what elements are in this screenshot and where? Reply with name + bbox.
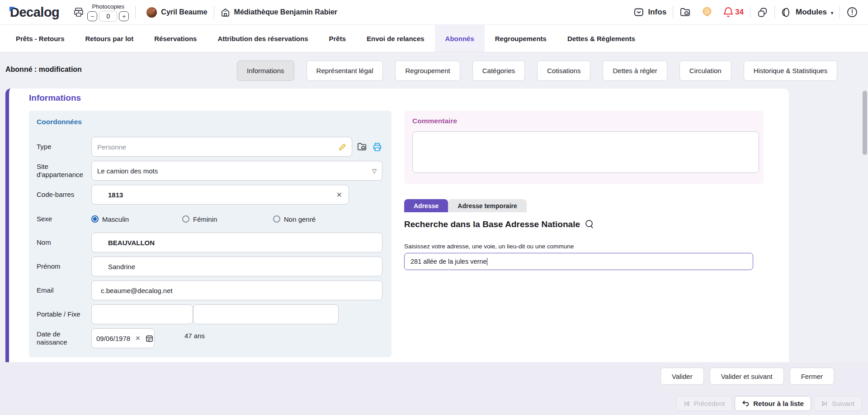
app-header: Decalog Photocopies − 0 + Cyril Beaume M… <box>0 0 868 25</box>
action-button[interactable]: Valider <box>660 368 704 385</box>
section-title: Informations <box>29 93 789 103</box>
modules-box-icon <box>781 7 792 18</box>
prenom-input[interactable] <box>97 263 377 270</box>
page-scrollbar-thumb[interactable] <box>863 91 867 155</box>
sexe-radio-option[interactable]: Féminin <box>182 215 273 223</box>
mobile-input[interactable] <box>97 311 187 318</box>
birthdate-field-box: ✕ <box>91 328 155 348</box>
broadcast-icon[interactable] <box>701 6 713 18</box>
back-to-list-button[interactable]: Retour à la liste <box>735 396 811 411</box>
modules-label: Modules <box>796 8 827 17</box>
age-text: 47 ans <box>184 332 205 340</box>
calendar-icon[interactable] <box>145 334 154 343</box>
record-subtab[interactable]: Regroupement <box>395 61 460 81</box>
site-field-box: ▽ <box>91 161 382 181</box>
header-divider <box>673 6 673 19</box>
header-divider <box>214 6 214 19</box>
help-info-icon[interactable] <box>846 6 858 18</box>
barcode-clear-icon[interactable]: ✕ <box>335 191 343 199</box>
text-cursor <box>487 258 487 266</box>
search-icon[interactable] <box>584 219 595 230</box>
nom-label: Nom <box>34 238 91 247</box>
barcode-row: Code-barres ✕ <box>34 185 382 205</box>
site-dropdown-caret-icon[interactable]: ▽ <box>372 168 377 174</box>
coordonnees-title: Coordonnées <box>34 118 382 126</box>
birthdate-input[interactable] <box>96 335 131 342</box>
email-input[interactable] <box>97 287 377 294</box>
logo-mark <box>9 7 14 12</box>
record-subtab[interactable]: Dettes à régler <box>603 61 667 81</box>
photocopies-minus-button[interactable]: − <box>87 11 97 21</box>
site-input[interactable] <box>97 167 372 175</box>
mail-icon <box>633 7 644 18</box>
type-folder-icon[interactable] <box>357 142 368 152</box>
address-tab[interactable]: Adresse <box>404 199 448 212</box>
previous-record-button[interactable]: Précédent <box>676 396 732 411</box>
nav-tab[interactable]: Réservations <box>144 25 207 52</box>
nav-tab[interactable]: Attribution des réservations <box>207 25 318 52</box>
ban-search-input[interactable]: 281 allée de la jules verne <box>404 253 753 270</box>
phone-label: Portable / Fixe <box>34 310 91 318</box>
sexe-label: Sexe <box>34 215 91 223</box>
record-subtab[interactable]: Historique & Statistiques <box>744 61 837 81</box>
birthdate-clear-icon[interactable]: ✕ <box>134 335 142 342</box>
type-input[interactable] <box>97 143 334 151</box>
header-divider <box>774 6 775 19</box>
photocopies-plus-button[interactable]: + <box>119 11 129 21</box>
skip-forward-icon <box>821 400 828 407</box>
nav-tab[interactable]: Envoi de relances <box>356 25 435 52</box>
main-navigation: Prêts - RetoursRetours par lotRéservatio… <box>0 25 868 52</box>
email-label: Email <box>34 286 91 294</box>
nav-tab[interactable]: Regroupements <box>485 25 557 52</box>
record-subtab[interactable]: Cotisations <box>537 61 590 81</box>
nav-tab[interactable]: Dettes & Règlements <box>557 25 646 52</box>
user-avatar <box>146 7 157 18</box>
pencil-edit-icon[interactable] <box>339 143 346 151</box>
library-selector[interactable]: Médiathèque Benjamin Rabier <box>221 8 338 17</box>
modules-menu[interactable]: Modules ▾ <box>781 7 833 18</box>
site-row: Site d'appartenance ▽ <box>34 161 382 181</box>
action-button[interactable]: Valider et suivant <box>710 368 784 385</box>
address-tab[interactable]: Adresse temporaire <box>448 199 527 212</box>
bell-icon <box>723 6 734 18</box>
sexe-row: Sexe MasculinFémininNon genré <box>34 211 382 227</box>
record-subtab[interactable]: Catégories <box>472 61 525 81</box>
address-section: Recherche dans la Base Adresse Nationale… <box>404 212 764 270</box>
fixed-phone-field-box <box>193 304 339 324</box>
coordonnees-panel: Coordonnées Type <box>29 111 392 357</box>
nom-input[interactable] <box>97 239 377 247</box>
record-subtab[interactable]: Représentant légal <box>307 61 383 81</box>
record-subtab[interactable]: Circulation <box>679 61 731 81</box>
nav-tab[interactable]: Prêts - Retours <box>5 25 75 52</box>
return-arrow-icon <box>742 400 750 407</box>
copy-windows-icon[interactable] <box>757 7 768 18</box>
barcode-field-box: ✕ <box>91 185 349 205</box>
app-logo[interactable]: Decalog <box>9 5 59 20</box>
nav-tab[interactable]: Retours par lot <box>75 25 144 52</box>
record-subtab[interactable]: Informations <box>237 61 294 81</box>
notifications-count: 34 <box>735 8 744 17</box>
user-menu[interactable]: Cyril Beaume <box>146 7 207 18</box>
ban-search-title: Recherche dans la Base Adresse Nationale <box>404 219 764 230</box>
infos-button[interactable]: Infos <box>633 7 666 18</box>
barcode-input[interactable] <box>97 191 335 199</box>
user-name: Cyril Beaume <box>161 8 207 16</box>
print-icon[interactable] <box>372 142 382 152</box>
action-footer: ValiderValider et suivantFermer Précéden… <box>0 362 868 415</box>
commentaire-textarea[interactable] <box>412 131 759 173</box>
sexe-options: MasculinFémininNon genré <box>91 215 364 223</box>
sexe-radio-option[interactable]: Masculin <box>91 215 182 223</box>
action-button[interactable]: Fermer <box>790 368 834 385</box>
nav-tab[interactable]: Prêts <box>318 25 356 52</box>
save-actions: ValiderValider et suivantFermer <box>660 368 834 385</box>
notifications-button[interactable]: 34 <box>723 6 744 18</box>
page-title: Abonné : modification <box>5 65 82 74</box>
fixed-phone-input[interactable] <box>199 311 333 318</box>
sexe-radio-option[interactable]: Non genré <box>273 215 364 223</box>
photocopies-count[interactable]: 0 <box>99 11 117 22</box>
nav-tab[interactable]: Abonnés <box>435 25 485 52</box>
folder-cloud-icon[interactable] <box>679 7 691 18</box>
next-record-button[interactable]: Suivant <box>814 396 862 411</box>
mobile-field-box <box>91 304 193 324</box>
header-divider <box>750 7 750 18</box>
